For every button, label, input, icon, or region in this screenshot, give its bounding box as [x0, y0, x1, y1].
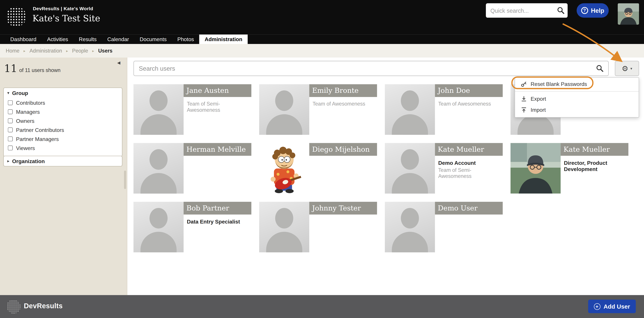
add-user-button[interactable]: + Add User: [588, 299, 636, 313]
breadcrumb-separator-icon: ▸: [92, 49, 94, 53]
user-card-kate-mueller-demo[interactable]: Kate Mueller Demo Account Team of Semi-A…: [385, 143, 503, 193]
filter-partner-contributors[interactable]: Partner Contributors: [4, 125, 122, 134]
tab-documents[interactable]: Documents: [134, 35, 172, 44]
profile-photo: [618, 3, 639, 25]
owners-checkbox[interactable]: [8, 118, 13, 123]
user-card-emily-bronte[interactable]: Emily Bronte Team of Awesomeness: [259, 84, 377, 135]
group-panel-header[interactable]: ▾ Group: [4, 88, 122, 98]
user-card-diego-mijelshon[interactable]: Diego Mijelshon: [259, 143, 377, 193]
user-card-jane-austen[interactable]: Jane Austen Team of Semi-Awesomeness: [134, 84, 252, 135]
menu-item-import[interactable]: Import: [515, 104, 639, 115]
user-name: Johnny Tester: [309, 202, 377, 214]
top-header: DevResults | Kate's World Kate's Test Si…: [0, 0, 644, 35]
silhouette-avatar: [259, 202, 309, 252]
user-name: Bob Partner: [184, 202, 252, 214]
add-user-label: Add User: [604, 303, 630, 309]
user-title: Director, Product Development: [564, 160, 625, 172]
group-filter-panel: ▾ Group Contributors Managers Owners: [3, 88, 122, 157]
search-users-input[interactable]: [134, 61, 608, 76]
managers-checkbox[interactable]: [8, 109, 13, 114]
user-menu-avatar[interactable]: [618, 3, 639, 25]
breadcrumb-people[interactable]: People: [72, 48, 88, 54]
breadcrumb-administration[interactable]: Administration: [30, 48, 62, 54]
partner-contributors-checkbox[interactable]: [8, 127, 13, 132]
silhouette-avatar: [134, 143, 184, 193]
filter-partner-managers[interactable]: Partner Managers: [4, 134, 122, 143]
silhouette-avatar: [385, 202, 435, 252]
filter-viewers[interactable]: Viewers: [4, 143, 122, 153]
user-card-kate-mueller[interactable]: Kate Mueller Director, Product Developme…: [510, 143, 628, 193]
silhouette-avatar: [259, 84, 309, 135]
upload-icon: [521, 107, 527, 113]
tab-photos[interactable]: Photos: [172, 35, 200, 44]
devresults-footer-logo-icon: [6, 299, 20, 313]
filter-label: Viewers: [16, 145, 35, 151]
settings-dropdown-menu: Reset Blank Passwords Export Import: [515, 77, 639, 117]
settings-dropdown-button[interactable]: ⚙ ▾: [615, 61, 639, 76]
group-panel-title: Group: [12, 90, 28, 96]
user-name: Emily Bronte: [309, 84, 377, 97]
tab-results[interactable]: Results: [74, 35, 102, 44]
user-team: Team of Awesomeness: [438, 101, 500, 107]
sidebar-scrollbar-thumb[interactable]: [124, 170, 126, 189]
tab-calendar[interactable]: Calendar: [102, 35, 134, 44]
user-name: Kate Mueller: [561, 143, 628, 156]
search-users-box: [134, 61, 608, 76]
main-nav: Dashboard Activities Results Calendar Do…: [0, 35, 644, 44]
breadcrumb-users: Users: [98, 48, 112, 54]
contributors-checkbox[interactable]: [8, 100, 13, 105]
menu-item-export[interactable]: Export: [515, 93, 639, 104]
sidebar-collapse-icon[interactable]: ◀: [117, 60, 120, 65]
organization-panel-header[interactable]: ▸ Organization: [4, 156, 122, 166]
user-card-demo-user[interactable]: Demo User: [385, 202, 503, 252]
filter-managers[interactable]: Managers: [4, 107, 122, 116]
breadcrumb-separator-icon: ▸: [66, 49, 68, 53]
chevron-down-icon: ▾: [8, 91, 9, 95]
user-card-johnny-tester[interactable]: Johnny Tester: [259, 202, 377, 252]
download-icon: [521, 96, 527, 102]
viewers-checkbox[interactable]: [8, 146, 13, 150]
organization-panel-title: Organization: [12, 158, 45, 164]
cartoon-avatar: [259, 143, 309, 193]
menu-item-label: Reset Blank Passwords: [531, 81, 587, 87]
breadcrumb-home[interactable]: Home: [6, 48, 20, 54]
help-label: Help: [591, 7, 604, 14]
menu-divider: [515, 91, 639, 92]
user-card-herman-melville[interactable]: Herman Melville: [134, 143, 252, 193]
tab-activities[interactable]: Activities: [42, 35, 74, 44]
filter-owners[interactable]: Owners: [4, 116, 122, 125]
site-label: DevResults | Kate's World: [33, 6, 93, 11]
user-card-john-doe[interactable]: John Doe Team of Awesomeness: [385, 84, 503, 135]
devresults-logo-icon: [6, 7, 26, 27]
user-count-text: of 11 users shown: [19, 68, 60, 73]
filter-label: Managers: [16, 109, 40, 115]
user-name: Demo User: [435, 202, 502, 214]
filter-contributors[interactable]: Contributors: [4, 98, 122, 107]
tab-administration[interactable]: Administration: [199, 35, 248, 44]
user-name: Kate Mueller: [435, 143, 502, 156]
user-name: Diego Mijelshon: [309, 143, 377, 156]
site-title: Kate's Test Site: [32, 14, 100, 24]
user-card-bob-partner[interactable]: Bob Partner Data Entry Specialist: [134, 202, 252, 252]
footer: DevResults + Add User: [0, 295, 644, 318]
user-name: Herman Melville: [184, 143, 252, 156]
user-team: Team of Semi-Awesomeness: [187, 101, 248, 113]
user-count-number: 11: [4, 63, 17, 74]
quick-search-input[interactable]: [486, 3, 568, 18]
page: DevResults | Kate's World Kate's Test Si…: [0, 0, 644, 318]
user-title: Demo Account: [438, 160, 500, 166]
tab-dashboard[interactable]: Dashboard: [5, 35, 42, 44]
search-icon[interactable]: [557, 7, 565, 15]
breadcrumb-separator-icon: ▸: [24, 49, 25, 53]
silhouette-avatar: [385, 143, 435, 193]
user-name: John Doe: [435, 84, 502, 97]
footer-brand: DevResults: [24, 302, 63, 310]
chevron-right-icon: ▸: [8, 159, 9, 163]
search-icon[interactable]: [596, 65, 604, 72]
menu-item-reset-blank-passwords[interactable]: Reset Blank Passwords: [515, 79, 639, 90]
filter-label: Owners: [16, 118, 34, 124]
filter-label: Partner Contributors: [16, 127, 64, 133]
key-icon: [521, 81, 527, 87]
partner-managers-checkbox[interactable]: [8, 136, 13, 141]
help-button[interactable]: ? Help: [576, 3, 608, 18]
